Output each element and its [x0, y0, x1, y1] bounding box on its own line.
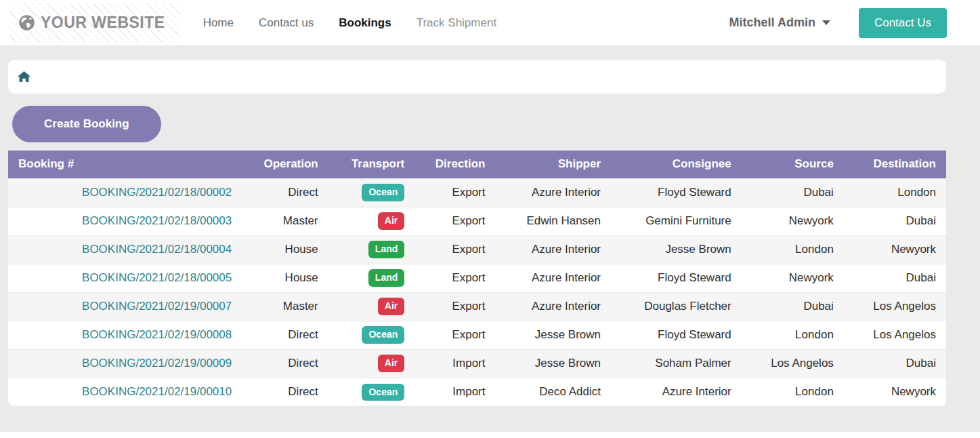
booking-link[interactable]: BOOKING/2021/02/19/00009 — [82, 357, 232, 370]
consignee-cell: Azure Interior — [611, 378, 742, 406]
source-cell: Dubai — [742, 178, 844, 207]
transport-badge: Ocean — [362, 184, 404, 201]
table-row: BOOKING/2021/02/19/00007 Master Air Expo… — [8, 292, 946, 321]
consignee-cell: Floyd Steward — [611, 264, 742, 292]
consignee-cell: Soham Palmer — [611, 349, 742, 378]
shipper-cell: Azure Interior — [496, 235, 612, 264]
destination-cell: Dubai — [844, 349, 946, 378]
operation-cell: Direct — [242, 349, 328, 378]
consignee-cell: Floyd Steward — [611, 178, 742, 207]
table-row: BOOKING/2021/02/19/00010 Direct Ocean Im… — [8, 378, 946, 406]
table-row: BOOKING/2021/02/18/00004 House Land Expo… — [8, 235, 946, 264]
col-header-operation: Operation — [242, 151, 328, 178]
top-navbar: YOUR WEBSITE Home Contact us Bookings Tr… — [0, 0, 980, 46]
transport-badge: Land — [368, 269, 404, 287]
consignee-cell: Floyd Steward — [611, 321, 742, 349]
table-header-row: Booking # Operation Transport Direction … — [8, 151, 946, 178]
nav-item-home[interactable]: Home — [203, 16, 234, 30]
transport-badge: Ocean — [362, 384, 404, 401]
destination-cell: Los Angelos — [844, 292, 946, 321]
consignee-cell: Jesse Brown — [611, 235, 742, 264]
source-cell: London — [742, 235, 844, 264]
booking-link[interactable]: BOOKING/2021/02/19/00010 — [82, 385, 232, 398]
bookings-table: Booking # Operation Transport Direction … — [8, 151, 946, 406]
source-cell: Los Angelos — [742, 349, 844, 378]
source-cell: Newyork — [742, 207, 844, 235]
globe-icon — [18, 14, 36, 32]
shipper-cell: Edwin Hansen — [496, 207, 612, 235]
col-header-shipper: Shipper — [496, 151, 612, 178]
col-header-transport: Transport — [328, 151, 415, 178]
chevron-down-icon — [822, 20, 830, 25]
booking-link[interactable]: BOOKING/2021/02/18/00002 — [82, 186, 232, 199]
transport-badge: Air — [378, 298, 404, 315]
col-header-booking: Booking # — [8, 151, 242, 178]
transport-badge: Ocean — [362, 326, 404, 344]
create-booking-button[interactable]: Create Booking — [12, 106, 161, 142]
transport-badge: Air — [378, 355, 404, 372]
direction-cell: Export — [414, 264, 495, 292]
booking-link[interactable]: BOOKING/2021/02/18/00004 — [82, 243, 232, 256]
operation-cell: House — [242, 235, 328, 264]
operation-cell: Direct — [242, 321, 328, 349]
direction-cell: Import — [414, 349, 495, 378]
direction-cell: Import — [414, 378, 495, 406]
table-row: BOOKING/2021/02/18/00003 Master Air Expo… — [8, 207, 946, 235]
col-header-source: Source — [742, 151, 844, 178]
operation-cell: Master — [242, 207, 328, 235]
source-cell: London — [742, 321, 844, 349]
booking-link[interactable]: BOOKING/2021/02/18/00003 — [82, 214, 232, 227]
direction-cell: Export — [414, 207, 495, 235]
operation-cell: Direct — [242, 378, 328, 406]
destination-cell: Los Angelos — [844, 321, 946, 349]
operation-cell: Direct — [242, 178, 328, 207]
transport-badge: Air — [378, 212, 404, 230]
booking-link[interactable]: BOOKING/2021/02/19/00008 — [82, 328, 232, 341]
nav-item-bookings[interactable]: Bookings — [339, 16, 391, 30]
direction-cell: Export — [414, 178, 495, 207]
navbar-right: Mitchell Admin Contact Us — [729, 8, 947, 38]
col-header-destination: Destination — [844, 151, 946, 178]
destination-cell: Newyork — [844, 378, 946, 406]
nav-item-contact-us[interactable]: Contact us — [259, 16, 314, 30]
breadcrumb — [8, 60, 946, 94]
operation-cell: House — [242, 264, 328, 292]
contact-us-button[interactable]: Contact Us — [859, 8, 947, 38]
table-row: BOOKING/2021/02/18/00002 Direct Ocean Ex… — [8, 178, 946, 207]
table-row: BOOKING/2021/02/19/00008 Direct Ocean Ex… — [8, 321, 946, 349]
shipper-cell: Deco Addict — [496, 378, 612, 406]
user-name: Mitchell Admin — [729, 16, 815, 30]
shipper-cell: Azure Interior — [496, 292, 612, 321]
col-header-direction: Direction — [414, 151, 495, 178]
operation-cell: Master — [242, 292, 328, 321]
nav-links: Home Contact us Bookings Track Shipment — [203, 16, 497, 30]
brand-logo[interactable]: YOUR WEBSITE — [9, 3, 180, 42]
shipper-cell: Jesse Brown — [496, 321, 612, 349]
shipper-cell: Azure Interior — [496, 264, 612, 292]
brand-name: YOUR WEBSITE — [41, 14, 165, 32]
nav-item-track-shipment[interactable]: Track Shipment — [417, 16, 496, 30]
col-header-consignee: Consignee — [611, 151, 742, 178]
direction-cell: Export — [414, 235, 495, 264]
footer-strip — [0, 432, 980, 438]
bookings-table-wrap: Booking # Operation Transport Direction … — [8, 151, 946, 406]
booking-link[interactable]: BOOKING/2021/02/19/00007 — [82, 300, 232, 313]
user-menu[interactable]: Mitchell Admin — [729, 16, 830, 30]
destination-cell: Newyork — [844, 235, 946, 264]
booking-link[interactable]: BOOKING/2021/02/18/00005 — [82, 271, 232, 284]
direction-cell: Export — [414, 292, 495, 321]
main-content: Create Booking Booking # Operation Trans… — [8, 60, 946, 406]
consignee-cell: Douglas Fletcher — [611, 292, 742, 321]
home-icon[interactable] — [18, 71, 30, 83]
transport-badge: Land — [368, 241, 404, 258]
destination-cell: London — [844, 178, 946, 207]
destination-cell: Dubai — [844, 264, 946, 292]
source-cell: London — [742, 378, 844, 406]
shipper-cell: Jesse Brown — [496, 349, 612, 378]
direction-cell: Export — [414, 321, 495, 349]
table-row: BOOKING/2021/02/19/00009 Direct Air Impo… — [8, 349, 946, 378]
destination-cell: Dubai — [844, 207, 946, 235]
shipper-cell: Azure Interior — [496, 178, 612, 207]
source-cell: Dubai — [742, 292, 844, 321]
consignee-cell: Gemini Furniture — [611, 207, 742, 235]
